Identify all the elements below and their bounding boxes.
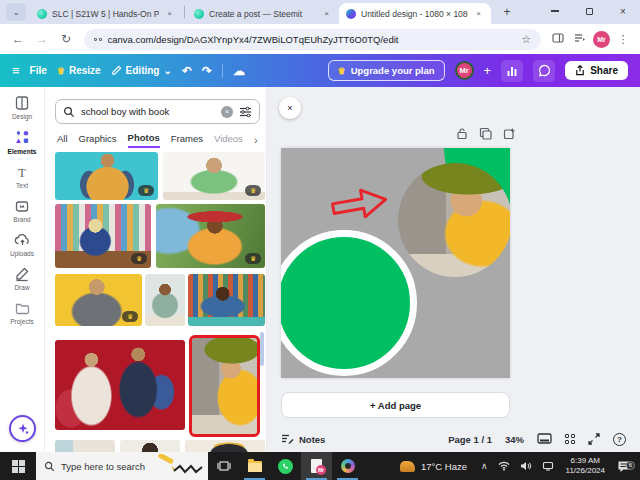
browser-menu-icon[interactable]: ⋮ xyxy=(614,33,632,46)
sidebar-item-elements[interactable]: Elements xyxy=(0,129,44,155)
add-member-button[interactable]: + xyxy=(484,63,492,78)
tab-videos[interactable]: Videos xyxy=(214,133,243,147)
green-circle-shape[interactable] xyxy=(281,230,417,376)
grid-view-icon[interactable] xyxy=(565,434,575,444)
forward-button[interactable]: → xyxy=(32,32,52,46)
panel-scrollbar[interactable] xyxy=(260,332,264,366)
photo-result[interactable]: ♛ xyxy=(55,152,158,200)
photo-result[interactable]: ♛ xyxy=(156,204,265,268)
weather-widget[interactable]: 17°C Haze xyxy=(391,461,476,472)
red-arrow-element[interactable] xyxy=(328,181,391,227)
user-avatar[interactable]: Mr xyxy=(455,61,474,80)
add-page-button[interactable]: + Add page xyxy=(281,392,510,418)
clock-widget[interactable]: 6:39 AM 11/26/2024 xyxy=(559,456,612,476)
close-window-button[interactable]: × xyxy=(606,0,640,22)
add-page-icon[interactable] xyxy=(503,127,516,140)
tab-search-button[interactable]: ⌄ xyxy=(6,3,26,21)
redo-button[interactable]: ↷ xyxy=(202,64,212,78)
onedrive-icon[interactable] xyxy=(537,461,559,471)
whatsapp-button[interactable] xyxy=(270,452,301,480)
insights-button[interactable] xyxy=(501,60,523,82)
undo-button[interactable]: ↶ xyxy=(182,64,192,78)
windows-logo-icon xyxy=(12,460,25,473)
search-box[interactable]: × xyxy=(55,99,260,124)
tab-photos[interactable]: Photos xyxy=(128,132,160,148)
volume-icon[interactable] xyxy=(515,461,537,471)
photo-result[interactable] xyxy=(145,274,185,326)
notes-button[interactable]: Notes xyxy=(281,433,325,445)
photo-result[interactable] xyxy=(188,274,265,326)
duplicate-page-icon[interactable] xyxy=(479,127,492,140)
photo-result[interactable] xyxy=(185,440,265,452)
start-button[interactable] xyxy=(0,452,36,480)
sidebar-item-design[interactable]: Design xyxy=(0,95,44,120)
reading-list-icon[interactable] xyxy=(571,32,589,46)
sidebar-item-draw[interactable]: Draw xyxy=(0,266,44,291)
browser-tab-1[interactable]: SLC | S21W 5 | Hands-On Practi × xyxy=(30,3,182,24)
sidebar-item-uploads[interactable]: Uploads xyxy=(0,232,44,257)
minimize-button[interactable] xyxy=(538,0,572,22)
menu-icon[interactable]: ≡ xyxy=(12,63,20,78)
fullscreen-icon[interactable] xyxy=(588,433,600,445)
active-app-button[interactable]: Mr xyxy=(301,452,332,480)
tab-frames[interactable]: Frames xyxy=(171,133,203,147)
address-bar[interactable]: canva.com/design/DAGXlYnpYx4/7ZWBiLOTqEU… xyxy=(84,29,541,50)
browser-tab-active[interactable]: Untitled design - 1080 × 1080p × xyxy=(339,3,491,24)
photo-result[interactable]: ♛ xyxy=(55,274,142,326)
share-button[interactable]: Share xyxy=(565,61,628,80)
tab-all[interactable]: All xyxy=(57,133,68,147)
paint-app-button[interactable] xyxy=(332,452,363,480)
page-indicator[interactable]: Page 1 / 1 xyxy=(448,434,492,445)
bookmark-star-icon[interactable]: ☆ xyxy=(521,33,531,46)
search-input[interactable] xyxy=(81,106,215,117)
status-bar: Notes Page 1 / 1 34% ? xyxy=(267,426,640,452)
present-icon[interactable] xyxy=(537,433,552,445)
design-canvas[interactable] xyxy=(281,148,510,378)
magic-assistant-button[interactable] xyxy=(9,415,36,442)
sidebar-item-brand[interactable]: Brand xyxy=(0,198,44,223)
taskbar-search[interactable]: Type here to search xyxy=(36,452,208,480)
photo-result-selected[interactable] xyxy=(192,338,257,434)
maximize-icon xyxy=(586,8,593,15)
photo-result[interactable]: ♛ xyxy=(163,152,265,200)
side-panel-icon[interactable] xyxy=(549,32,567,46)
help-button[interactable]: ? xyxy=(613,433,626,446)
minimize-icon xyxy=(551,10,559,12)
task-view-button[interactable] xyxy=(208,452,239,480)
wifi-icon[interactable] xyxy=(493,461,515,471)
back-button[interactable]: ← xyxy=(8,32,28,46)
zoom-level[interactable]: 34% xyxy=(505,434,524,445)
editing-mode-dropdown[interactable]: Editing ⌄ xyxy=(111,65,172,76)
photo-result[interactable] xyxy=(55,440,115,452)
photo-result[interactable]: ♛ xyxy=(55,204,151,268)
browser-tab-2[interactable]: Create a post — Steemit × xyxy=(187,3,339,24)
tab-close-icon[interactable]: × xyxy=(321,8,332,19)
file-explorer-button[interactable] xyxy=(239,452,270,480)
site-info-icon[interactable] xyxy=(94,38,102,41)
comments-button[interactable] xyxy=(533,60,555,82)
tab-close-icon[interactable]: × xyxy=(164,8,175,19)
clear-search-icon[interactable]: × xyxy=(221,106,233,118)
browser-toolbar: ← → ↻ canva.com/design/DAGXlYnpYx4/7ZWBi… xyxy=(0,24,640,54)
new-tab-button[interactable]: + xyxy=(497,2,517,22)
sidebar-item-text[interactable]: T Text xyxy=(0,164,44,189)
tabs-more-icon[interactable]: › xyxy=(254,134,258,146)
photo-result[interactable] xyxy=(55,340,185,430)
tab-close-icon[interactable]: × xyxy=(473,8,484,19)
action-center-button[interactable]: 6 xyxy=(612,460,640,473)
tray-overflow-icon[interactable]: ∧ xyxy=(476,461,493,471)
reload-button[interactable]: ↻ xyxy=(56,32,76,46)
close-panel-button[interactable]: × xyxy=(279,97,301,119)
browser-profile-avatar[interactable]: Mr xyxy=(593,31,610,48)
tab-graphics[interactable]: Graphics xyxy=(79,133,117,147)
photo-result[interactable] xyxy=(120,440,180,452)
file-menu[interactable]: File xyxy=(30,65,47,76)
resize-menu[interactable]: ♛ Resize xyxy=(57,65,101,76)
upgrade-plan-button[interactable]: ♛ Upgrade your plan xyxy=(328,60,445,81)
share-label: Share xyxy=(590,65,618,76)
maximize-button[interactable] xyxy=(572,0,606,22)
filter-icon[interactable] xyxy=(239,106,252,118)
circular-photo-element[interactable] xyxy=(398,163,510,277)
lock-icon[interactable] xyxy=(456,127,468,140)
sidebar-item-projects[interactable]: Projects xyxy=(0,300,44,325)
